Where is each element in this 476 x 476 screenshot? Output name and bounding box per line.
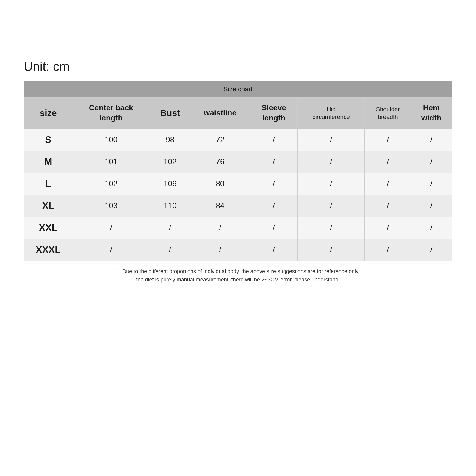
cell-shoulder_breadth: / [365, 129, 411, 151]
cell-center_back_length: 100 [72, 129, 150, 151]
cell-center_back_length: 101 [72, 151, 150, 173]
cell-shoulder_breadth: / [365, 151, 411, 173]
col-header-waistline: waistline [190, 98, 250, 129]
cell-waistline: / [190, 239, 250, 261]
cell-waistline: / [190, 217, 250, 239]
footnote-line1: 1. Due to the different proportions of i… [24, 267, 452, 276]
cell-sleeve_length: / [250, 239, 298, 261]
cell-waistline: 80 [190, 173, 250, 195]
cell-hip_circumference: / [298, 173, 365, 195]
col-header-sleeve-length: Sleevelength [250, 98, 298, 129]
cell-size: M [24, 151, 72, 173]
table-header-row: size Center backlength Bust waistline Sl… [24, 98, 452, 129]
cell-hip_circumference: / [298, 129, 365, 151]
cell-sleeve_length: / [250, 151, 298, 173]
cell-hip_circumference: / [298, 217, 365, 239]
cell-shoulder_breadth: / [365, 195, 411, 217]
cell-bust: 110 [150, 195, 190, 217]
col-header-shoulder-breadth: Shoulderbreadth [365, 98, 411, 129]
cell-shoulder_breadth: / [365, 239, 411, 261]
cell-shoulder_breadth: / [365, 217, 411, 239]
chart-title: Size chart [24, 81, 452, 97]
cell-shoulder_breadth: / [365, 173, 411, 195]
cell-center_back_length: 102 [72, 173, 150, 195]
cell-size: L [24, 173, 72, 195]
cell-hip_circumference: / [298, 239, 365, 261]
cell-bust: 102 [150, 151, 190, 173]
footnote: 1. Due to the different proportions of i… [24, 267, 452, 284]
cell-hem_width: / [411, 239, 452, 261]
size-table: size Center backlength Bust waistline Sl… [24, 97, 452, 261]
cell-bust: / [150, 217, 190, 239]
cell-hem_width: / [411, 129, 452, 151]
cell-center_back_length: / [72, 239, 150, 261]
cell-hem_width: / [411, 217, 452, 239]
cell-size: S [24, 129, 72, 151]
col-header-hem-width: Hemwidth [411, 98, 452, 129]
cell-center_back_length: / [72, 217, 150, 239]
cell-size: XXL [24, 217, 72, 239]
cell-waistline: 76 [190, 151, 250, 173]
size-chart-container: Size chart size Center backlength Bust w… [24, 81, 452, 261]
table-row: XXL/////// [24, 217, 452, 239]
col-header-center-back-length: Center backlength [72, 98, 150, 129]
cell-hem_width: / [411, 173, 452, 195]
col-header-hip-circumference: Hipcircumference [298, 98, 365, 129]
cell-size: XXXL [24, 239, 72, 261]
table-row: L10210680//// [24, 173, 452, 195]
table-row: XL10311084//// [24, 195, 452, 217]
unit-label: Unit: cm [24, 60, 70, 74]
cell-sleeve_length: / [250, 217, 298, 239]
cell-sleeve_length: / [250, 195, 298, 217]
footnote-line2: the diet is purely manual measurement, t… [24, 275, 452, 284]
table-row: XXXL/////// [24, 239, 452, 261]
col-header-size: size [24, 98, 72, 129]
cell-waistline: 84 [190, 195, 250, 217]
cell-waistline: 72 [190, 129, 250, 151]
cell-hip_circumference: / [298, 151, 365, 173]
table-row: M10110276//// [24, 151, 452, 173]
cell-sleeve_length: / [250, 173, 298, 195]
cell-hem_width: / [411, 151, 452, 173]
cell-sleeve_length: / [250, 129, 298, 151]
cell-bust: 106 [150, 173, 190, 195]
col-header-bust: Bust [150, 98, 190, 129]
cell-bust: 98 [150, 129, 190, 151]
cell-hip_circumference: / [298, 195, 365, 217]
table-row: S1009872//// [24, 129, 452, 151]
cell-bust: / [150, 239, 190, 261]
cell-center_back_length: 103 [72, 195, 150, 217]
cell-hem_width: / [411, 195, 452, 217]
cell-size: XL [24, 195, 72, 217]
